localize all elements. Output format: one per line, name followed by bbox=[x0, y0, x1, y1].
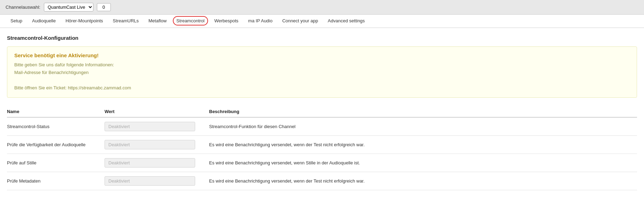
channel-label: Channelauswahl: bbox=[6, 5, 40, 10]
alert-body: Bitte geben Sie uns dafür folgende Infor… bbox=[14, 61, 630, 92]
row-description: Es wird eine Benachrichtigung versendet,… bbox=[209, 136, 637, 154]
tab-werbespots[interactable]: Werbespots bbox=[209, 15, 243, 28]
alert-line1: Bitte geben Sie uns dafür folgende Infor… bbox=[14, 61, 630, 69]
row-name: Prüfe auf Stille bbox=[7, 154, 105, 172]
table-row: Prüfe die Verfügbarkeit der AudioquelleD… bbox=[7, 136, 637, 154]
tab-audioquelle[interactable]: Audioquelle bbox=[27, 15, 61, 28]
row-value-cell: Deaktiviert bbox=[105, 117, 209, 136]
table-row: Prüfe MetadatenDeaktiviertEs wird eine B… bbox=[7, 172, 637, 190]
row-value-cell: Deaktiviert bbox=[105, 136, 209, 154]
tab-ma-ip-audio[interactable]: ma IP Audio bbox=[243, 15, 277, 28]
row-description: Es wird eine Benachrichtigung versendet,… bbox=[209, 154, 637, 172]
row-name: Streamcontrol-Status bbox=[7, 117, 105, 136]
table-header-row: Name Wert Beschreibung bbox=[7, 106, 637, 117]
alert-line2: Mail-Adresse für Benachrichtigungen bbox=[14, 69, 630, 76]
col-header-name: Name bbox=[7, 106, 105, 117]
tab-navigation: Setup Audioquelle Hörer-Mountpoints Stre… bbox=[0, 15, 644, 28]
row-name: Prüfe Metadaten bbox=[7, 172, 105, 190]
settings-table: Name Wert Beschreibung Streamcontrol-Sta… bbox=[7, 106, 637, 190]
row-value-field: Deaktiviert bbox=[105, 158, 195, 168]
tab-connect-your-app[interactable]: Connect your app bbox=[277, 15, 323, 28]
tab-setup[interactable]: Setup bbox=[6, 15, 27, 28]
alert-line3: Bitte öffnen Sie ein Ticket: https://str… bbox=[14, 84, 630, 92]
page-title: Streamcontrol-Konfiguration bbox=[7, 35, 637, 41]
tab-metaflow[interactable]: Metaflow bbox=[144, 15, 171, 28]
row-value-cell: Deaktiviert bbox=[105, 172, 209, 190]
alert-box: Service benötigt eine Aktivierung! Bitte… bbox=[7, 46, 637, 98]
col-header-value: Wert bbox=[105, 106, 209, 117]
col-header-description: Beschreibung bbox=[209, 106, 637, 117]
tab-hoerer-mountpoints[interactable]: Hörer-Mountpoints bbox=[61, 15, 108, 28]
row-description: Es wird eine Benachrichtigung versendet,… bbox=[209, 172, 637, 190]
row-description: Streamcontrol-Funktion für diesen Channe… bbox=[209, 117, 637, 136]
tab-streamurls[interactable]: StreamURLs bbox=[108, 15, 144, 28]
row-value-field: Deaktiviert bbox=[105, 122, 195, 131]
alert-title: Service benötigt eine Aktivierung! bbox=[14, 52, 630, 58]
tab-streamcontrol[interactable]: Streamcontrol bbox=[171, 15, 209, 28]
row-value-field: Deaktiviert bbox=[105, 140, 195, 149]
channel-select[interactable]: QuantumCast Live bbox=[44, 3, 93, 12]
table-row: Prüfe auf StilleDeaktiviertEs wird eine … bbox=[7, 154, 637, 172]
tab-advanced-settings[interactable]: Advanced settings bbox=[323, 15, 370, 28]
row-name: Prüfe die Verfügbarkeit der Audioquelle bbox=[7, 136, 105, 154]
top-bar: Channelauswahl: QuantumCast Live bbox=[0, 0, 644, 15]
row-value-field: Deaktiviert bbox=[105, 176, 195, 186]
channel-number-input[interactable] bbox=[97, 3, 111, 11]
page-content: Streamcontrol-Konfiguration Service benö… bbox=[0, 28, 644, 197]
table-row: Streamcontrol-StatusDeaktiviertStreamcon… bbox=[7, 117, 637, 136]
row-value-cell: Deaktiviert bbox=[105, 154, 209, 172]
